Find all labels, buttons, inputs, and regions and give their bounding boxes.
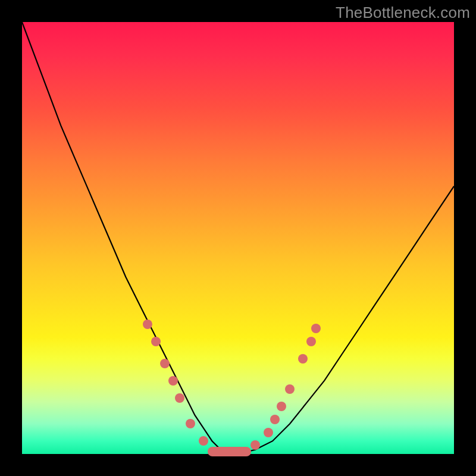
highlight-dot: [285, 384, 295, 394]
highlight-dot: [298, 354, 308, 364]
highlight-dot: [160, 359, 170, 368]
bottleneck-curve: [22, 22, 454, 454]
watermark-text: TheBottleneck.com: [336, 4, 470, 22]
highlight-dot: [151, 337, 161, 346]
highlight-dot: [199, 436, 208, 446]
highlight-dot: [306, 337, 316, 346]
highlight-segment: [208, 447, 251, 456]
highlight-dot: [264, 428, 273, 437]
highlight-dot: [270, 415, 280, 424]
highlight-dot: [250, 440, 260, 450]
plot-area: [22, 22, 454, 454]
highlight-dot: [311, 324, 321, 333]
highlight-dot: [168, 376, 178, 386]
chart-frame: TheBottleneck.com: [0, 0, 476, 476]
highlight-dot: [277, 402, 286, 411]
highlight-dot: [143, 320, 152, 329]
highlight-dot: [186, 419, 195, 428]
highlight-dot: [175, 393, 184, 403]
